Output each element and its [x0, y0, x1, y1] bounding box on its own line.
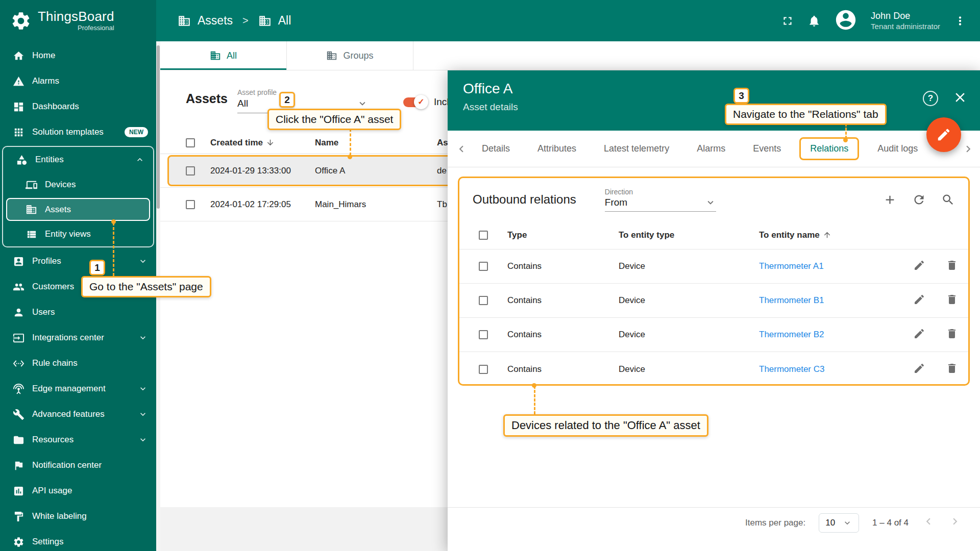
column-name[interactable]: Name: [315, 138, 437, 148]
customers-icon: [13, 281, 24, 293]
thingsboard-app: ThingsBoard Professional Home Alarms Das…: [0, 0, 980, 551]
sidebar-item-home[interactable]: Home: [0, 43, 156, 68]
edit-relation-button[interactable]: [913, 362, 925, 377]
sidebar-item-devices[interactable]: Devices: [3, 172, 153, 197]
panel-tab-alarms[interactable]: Alarms: [683, 143, 739, 154]
page-size-select[interactable]: 10: [819, 513, 859, 533]
sidebar-item-notification-center[interactable]: Notification center: [0, 453, 156, 478]
relation-row[interactable]: Contains Device Thermometer A1: [459, 249, 968, 284]
sidebar-item-entity-views[interactable]: Entity views: [3, 222, 153, 246]
pagination-range: 1 – 4 of 4: [872, 518, 909, 528]
tab-groups[interactable]: Groups: [287, 41, 413, 70]
column-created-time[interactable]: Created time: [210, 138, 315, 148]
entities-group: Entities Devices Assets Entity views: [2, 146, 154, 247]
sidebar-item-dashboards[interactable]: Dashboards: [0, 94, 156, 119]
row-checkbox[interactable]: [186, 166, 195, 176]
delete-relation-button[interactable]: [946, 328, 958, 342]
user-name: John Doe: [871, 11, 940, 22]
sidebar-item-resources[interactable]: Resources: [0, 427, 156, 453]
chevron-left-icon: [922, 515, 935, 528]
sidebar-item-rule-chains[interactable]: Rule chains: [0, 350, 156, 376]
row-checkbox[interactable]: [479, 365, 488, 374]
sidebar-item-assets[interactable]: Assets: [6, 198, 150, 221]
panel-tab-events[interactable]: Events: [739, 143, 795, 154]
delete-relation-button[interactable]: [946, 293, 958, 308]
relation-row[interactable]: Contains Device Thermometer B1: [459, 284, 968, 318]
annotation-connector-dot: [111, 219, 116, 224]
sidebar-item-profiles[interactable]: Profiles: [0, 248, 156, 274]
annotation-step-3-label: Navigate to the "Relations" tab: [725, 104, 887, 125]
tab-all[interactable]: All: [160, 41, 287, 70]
select-all-checkbox[interactable]: [186, 138, 195, 147]
breadcrumb-assets[interactable]: Assets: [198, 14, 233, 28]
relation-row[interactable]: Contains Device Thermometer C3: [459, 352, 968, 386]
row-checkbox[interactable]: [479, 262, 488, 271]
relation-entity-link[interactable]: Thermometer A1: [759, 261, 903, 271]
row-checkbox[interactable]: [186, 200, 195, 209]
more-vert-icon[interactable]: [953, 14, 967, 28]
annotation-connector-line: [534, 386, 535, 414]
sidebar-item-settings[interactable]: Settings: [0, 529, 156, 551]
sidebar-item-edge-management[interactable]: Edge management: [0, 376, 156, 402]
panel-tab-relations[interactable]: Relations: [799, 137, 859, 160]
notifications-bell-icon[interactable]: [807, 14, 821, 28]
sidebar-item-integrations-center[interactable]: Integrations center: [0, 325, 156, 350]
sort-descending-icon: [266, 138, 275, 147]
sidebar-item-label: Alarms: [32, 76, 59, 86]
edit-pencil-icon: [936, 127, 951, 142]
relation-entity-link[interactable]: Thermometer C3: [759, 364, 903, 374]
previous-page-button[interactable]: [922, 515, 935, 531]
breadcrumb-all[interactable]: All: [278, 14, 291, 28]
relation-entity-link[interactable]: Thermometer B1: [759, 295, 903, 306]
relation-row[interactable]: Contains Device Thermometer B2: [459, 318, 968, 352]
refresh-icon[interactable]: [912, 193, 926, 207]
column-to-entity-name[interactable]: To entity name: [759, 230, 903, 240]
delete-relation-button[interactable]: [946, 259, 958, 273]
sidebar-item-entities[interactable]: Entities: [3, 147, 153, 172]
relation-entity-link[interactable]: Thermometer B2: [759, 330, 903, 340]
fullscreen-icon[interactable]: [781, 14, 794, 28]
sidebar-item-advanced-features[interactable]: Advanced features: [0, 402, 156, 427]
tabs-scroll-right-icon[interactable]: [962, 142, 975, 156]
panel-subtitle: Asset details: [463, 102, 965, 113]
sidebar-item-alarms[interactable]: Alarms: [0, 68, 156, 94]
direction-select[interactable]: Direction From: [605, 188, 716, 212]
alarm-warning-icon: [13, 76, 24, 87]
panel-tab-details[interactable]: Details: [468, 143, 524, 154]
sidebar-item-solution-templates[interactable]: Solution templatesNEW: [0, 119, 156, 145]
trash-icon: [946, 259, 958, 271]
toggle-track[interactable]: [403, 97, 427, 107]
row-checkbox[interactable]: [479, 296, 488, 305]
panel-tab-audit-logs[interactable]: Audit logs: [864, 143, 932, 154]
sidebar-item-white-labeling[interactable]: White labeling: [0, 504, 156, 529]
row-checkbox[interactable]: [479, 330, 488, 339]
add-relation-icon[interactable]: [883, 193, 897, 207]
close-panel-button[interactable]: [952, 90, 968, 105]
trash-icon: [946, 362, 958, 374]
select-all-checkbox[interactable]: [479, 231, 488, 240]
sidebar-item-api-usage[interactable]: API usage: [0, 478, 156, 504]
delete-relation-button[interactable]: [946, 362, 958, 377]
edit-relation-button[interactable]: [913, 259, 925, 273]
header: Assets All John Doe Tenant administrator: [156, 0, 980, 41]
logo[interactable]: ThingsBoard Professional: [0, 0, 156, 41]
panel-tabs: Details Attributes Latest telemetry Alar…: [448, 131, 980, 167]
column-to-entity-type[interactable]: To entity type: [619, 230, 759, 240]
assets-icon: [210, 50, 221, 61]
tabs-scroll-left-icon[interactable]: [455, 142, 468, 156]
avatar[interactable]: [834, 8, 857, 34]
scrollbar-thumb[interactable]: [157, 45, 160, 209]
pagination-bar: Items per page: 10 1 – 4 of 4: [448, 507, 980, 538]
sidebar-item-label: Entities: [35, 155, 64, 165]
search-icon[interactable]: [941, 193, 955, 207]
notification-center-icon: [13, 460, 24, 471]
panel-tab-attributes[interactable]: Attributes: [524, 143, 590, 154]
edit-relation-button[interactable]: [913, 328, 925, 342]
edit-relation-button[interactable]: [913, 293, 925, 308]
edit-fab[interactable]: [926, 117, 961, 152]
next-page-button[interactable]: [948, 515, 962, 531]
column-type[interactable]: Type: [507, 230, 619, 240]
panel-tab-latest-telemetry[interactable]: Latest telemetry: [590, 143, 683, 154]
sidebar-item-users[interactable]: Users: [0, 299, 156, 325]
help-icon[interactable]: [923, 91, 938, 106]
